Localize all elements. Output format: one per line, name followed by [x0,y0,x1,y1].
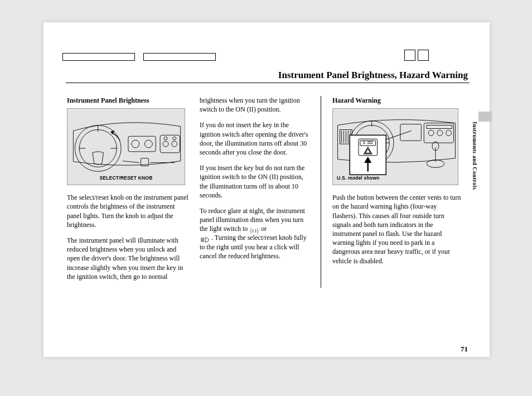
section-label: Instruments and Controls [472,122,477,190]
col2-para-4b: or [259,225,267,233]
figure-select-reset-knob: SELECT/RESET KNOB [67,108,185,185]
parking-lights-icon [249,227,259,233]
dashboard-illustration-1 [67,109,185,185]
col2-para-4: To reduce glare at night, the instrument… [200,206,311,260]
col2-para-2: If you do not insert the key in the igni… [200,120,311,157]
crop-mark-left-2 [143,53,216,61]
col1-para-2: The instrument panel will illuminate wit… [67,236,188,281]
crop-mark-right-1 [404,50,415,61]
col2-para-1: brightness when you turn the ignition sw… [200,96,311,114]
headlights-icon [200,236,210,242]
column-3: Hazard Warning [332,96,462,288]
crop-mark-right-2 [418,50,429,61]
col3-para-1: Push the button between the center vents… [332,193,462,265]
content-columns: Instrument Panel Brightness [67,96,468,288]
section-tab [478,112,492,122]
figure-hazard-button: U.S. model shown [332,108,458,185]
title-rule [66,83,470,83]
col2-para-4c: . Turning the select/reset knob fully to… [200,234,307,259]
heading-brightness: Instrument Panel Brightness [67,96,188,105]
dashboard-illustration-2 [333,109,458,185]
col1-para-1: The select/reset knob on the instrument … [67,193,188,229]
figure-caption-2: U.S. model shown [337,175,458,181]
svg-rect-0 [68,109,185,185]
heading-hazard: Hazard Warning [332,96,462,105]
col2-para-3: If you insert the key but do not turn th… [200,163,311,200]
column-2: brightness when you turn the ignition sw… [200,96,321,288]
crop-mark-left-1 [62,53,135,61]
figure-caption-1: SELECT/RESET KNOB [67,175,185,181]
page-number: 71 [461,345,468,354]
column-1: Instrument Panel Brightness [67,96,188,288]
page-title: Instrument Panel Brightness, Hazard Warn… [278,70,468,81]
